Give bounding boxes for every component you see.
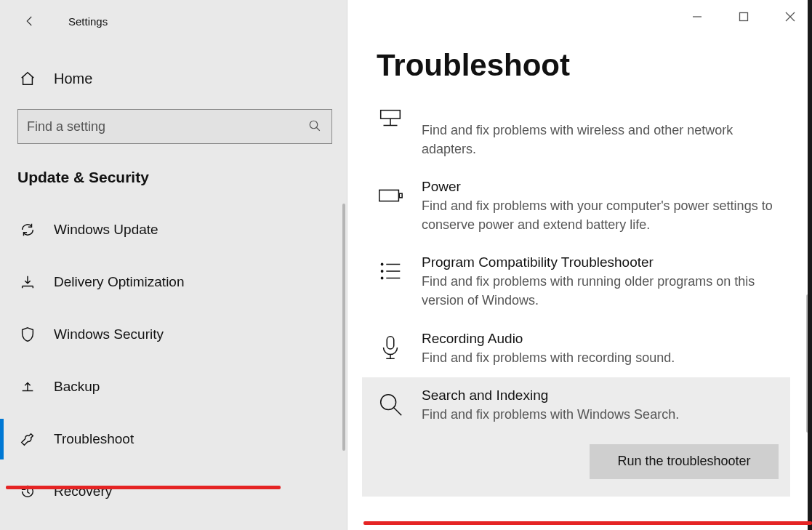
settings-sidebar: Settings Home Update & Security Windows …	[0, 0, 347, 530]
sidebar-home[interactable]: Home	[0, 57, 347, 100]
app-title: Settings	[68, 15, 108, 28]
search-box[interactable]	[17, 109, 332, 144]
list-checklist-icon	[375, 254, 406, 310]
troubleshooter-title: Power	[422, 179, 779, 195]
sidebar-item-windows-security[interactable]: Windows Security	[0, 308, 347, 361]
sidebar-item-windows-update[interactable]: Windows Update	[0, 204, 347, 256]
sidebar-item-troubleshoot[interactable]: Troubleshoot	[0, 413, 347, 465]
troubleshooter-desc: Find and fix problems with Windows Searc…	[422, 405, 779, 424]
troubleshooter-desc: Find and fix problems with wireless and …	[422, 121, 779, 158]
sidebar-item-label: Windows Update	[54, 222, 158, 238]
troubleshooter-desc: Find and fix problems with your computer…	[422, 196, 779, 234]
svg-point-6	[381, 270, 384, 273]
main-content: Troubleshoot Network Adapter Find and fi…	[347, 0, 812, 530]
magnifier-icon	[375, 388, 406, 479]
network-adapter-icon	[375, 103, 406, 158]
troubleshooter-power[interactable]: Power Find and fix problems with your co…	[362, 169, 790, 244]
page-title: Troubleshoot	[377, 48, 570, 83]
battery-icon	[375, 179, 406, 234]
titlebar: Settings	[0, 0, 347, 42]
sync-icon	[17, 222, 38, 238]
wrench-icon	[17, 431, 38, 447]
sidebar-item-backup[interactable]: Backup	[0, 361, 347, 413]
troubleshooter-list: Network Adapter Find and fix problems wi…	[362, 103, 790, 530]
back-button[interactable]	[17, 9, 42, 33]
search-icon	[308, 119, 323, 134]
troubleshooter-network-adapter[interactable]: Network Adapter Find and fix problems wi…	[362, 103, 790, 169]
minimize-button[interactable]	[683, 6, 712, 28]
window-right-edge	[808, 0, 812, 530]
svg-point-5	[381, 263, 384, 266]
close-button[interactable]	[776, 6, 805, 28]
svg-rect-3	[379, 190, 399, 201]
microphone-icon	[375, 331, 406, 367]
home-icon	[17, 71, 38, 87]
download-optimization-icon	[17, 274, 38, 290]
troubleshooter-program-compatibility[interactable]: Program Compatibility Troubleshooter Fin…	[362, 244, 790, 320]
svg-point-0	[310, 121, 318, 129]
section-heading: Update & Security	[17, 169, 347, 186]
sidebar-item-label: Windows Security	[54, 326, 164, 342]
search-input[interactable]	[27, 119, 308, 134]
svg-point-7	[381, 277, 384, 280]
troubleshooter-desc: Find and fix problems with recording sou…	[422, 348, 675, 367]
svg-point-9	[381, 394, 396, 409]
troubleshooter-recording-audio[interactable]: Recording Audio Find and fix problems wi…	[362, 321, 790, 377]
troubleshooter-desc: Find and fix problems with running older…	[422, 272, 779, 310]
backup-icon	[17, 379, 38, 395]
run-troubleshooter-button[interactable]: Run the troubleshooter	[590, 444, 779, 479]
maximize-button[interactable]	[729, 6, 758, 28]
svg-rect-4	[399, 193, 402, 198]
shield-icon	[17, 326, 38, 342]
annotation-underline-main	[363, 521, 812, 525]
annotation-underline-sidebar	[6, 486, 281, 489]
troubleshooter-search-and-indexing[interactable]: Search and Indexing Find and fix problem…	[362, 377, 790, 497]
sidebar-item-label: Troubleshoot	[54, 431, 134, 447]
sidebar-nav: Windows Update Delivery Optimization Win…	[0, 204, 347, 518]
troubleshooter-title: Program Compatibility Troubleshooter	[422, 254, 779, 270]
sidebar-item-recovery[interactable]: Recovery	[0, 465, 347, 518]
troubleshooter-title: Recording Audio	[422, 331, 675, 347]
sidebar-item-delivery-optimization[interactable]: Delivery Optimization	[0, 256, 347, 308]
sidebar-item-label: Delivery Optimization	[54, 274, 185, 290]
home-label: Home	[54, 71, 92, 87]
troubleshooter-title: Search and Indexing	[422, 388, 779, 403]
svg-rect-1	[740, 13, 748, 21]
svg-rect-8	[387, 336, 394, 348]
sidebar-item-label: Backup	[54, 379, 100, 395]
svg-rect-2	[381, 111, 401, 119]
window-controls	[683, 6, 805, 28]
